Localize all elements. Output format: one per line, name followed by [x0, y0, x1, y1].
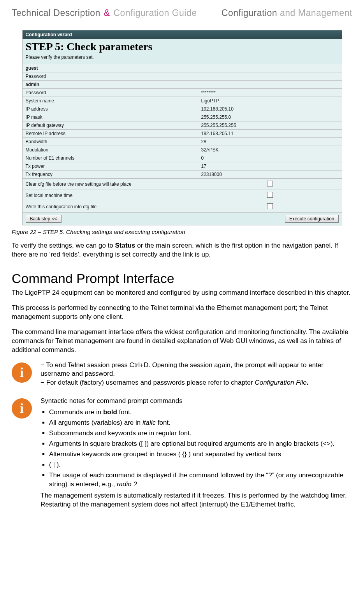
info-icon: i	[12, 362, 33, 383]
figure-caption: Figure 22 – STEP 5. Checking settings an…	[12, 229, 352, 235]
list-item: The usage of each command is displayed i…	[49, 471, 352, 489]
config-wizard-panel: Configuration wizard STEP 5: Check param…	[22, 30, 342, 225]
wizard-step-title: STEP 5: Check parameters	[23, 39, 342, 53]
info-block: i − To end Telnet session press Ctrl+D. …	[12, 361, 352, 388]
table-row: Set local machine time	[23, 190, 342, 201]
wizard-panel-title: Configuration wizard	[23, 30, 342, 39]
execute-config-button[interactable]: Execute configuration	[285, 215, 338, 223]
list-item: All arguments (variables) are in italic …	[49, 419, 352, 427]
info-block: i Syntactic notes for command prompt com…	[12, 397, 352, 509]
list-item: Subcommands and keywords are in regular …	[49, 429, 352, 438]
section-admin: admin	[23, 81, 342, 89]
table-row: Tx frequency22318000	[23, 171, 342, 179]
wizard-table: guest Password admin Password******** Sy…	[23, 64, 342, 225]
wizard-subtitle: Please verify the parameters set.	[23, 53, 342, 64]
body-paragraph: This process is performed by connecting …	[12, 304, 352, 322]
list-item: Commands are in bold font.	[49, 408, 352, 417]
list-item: Alternative keywords are grouped in brac…	[49, 450, 352, 459]
body-paragraph: To verify the settings, we can go to Sta…	[12, 241, 352, 259]
table-row: Bandwidth28	[23, 138, 342, 146]
table-row: Remote IP address192.168.205.11	[23, 130, 342, 138]
section-heading: Command Prompt Interface	[12, 271, 352, 286]
table-row: Number of E1 channels0	[23, 154, 342, 162]
page-header: Technical Description & Configuration Gu…	[12, 8, 352, 18]
table-row: Write this configuration into cfg file	[23, 201, 342, 213]
table-row: Password	[23, 72, 342, 81]
table-row: Modulation32APSK	[23, 146, 342, 154]
table-row: IP address192.168.205.10	[23, 105, 342, 113]
notes-list: Commands are in bold font. All arguments…	[40, 408, 352, 489]
table-row: Password********	[23, 89, 342, 97]
back-step-button[interactable]: Back step <<	[26, 215, 62, 223]
checkbox-set-time[interactable]	[267, 192, 273, 198]
section-guest: guest	[23, 64, 342, 72]
header-right: Configuration and Management	[222, 8, 352, 18]
table-row: IP mask255.255.255.0	[23, 113, 342, 121]
table-row: Tx power17	[23, 162, 342, 171]
table-row: System nameLigoPTP	[23, 97, 342, 105]
checkbox-clear-cfg[interactable]	[267, 181, 273, 186]
table-row: Clear cfg file before the new settings w…	[23, 179, 342, 190]
list-item: ( | ).	[49, 461, 352, 470]
body-paragraph: The LigoPTP 24 equipment can be monitore…	[12, 288, 352, 297]
checkbox-write-cfg[interactable]	[267, 203, 273, 209]
table-row: IP default gateway255.255.255.255	[23, 121, 342, 130]
info-icon: i	[12, 398, 33, 419]
list-item: Arguments in square brackets ([ ]) are o…	[49, 440, 352, 448]
body-paragraph: The command line management interface of…	[12, 328, 352, 355]
header-left: Technical Description & Configuration Gu…	[12, 8, 197, 18]
